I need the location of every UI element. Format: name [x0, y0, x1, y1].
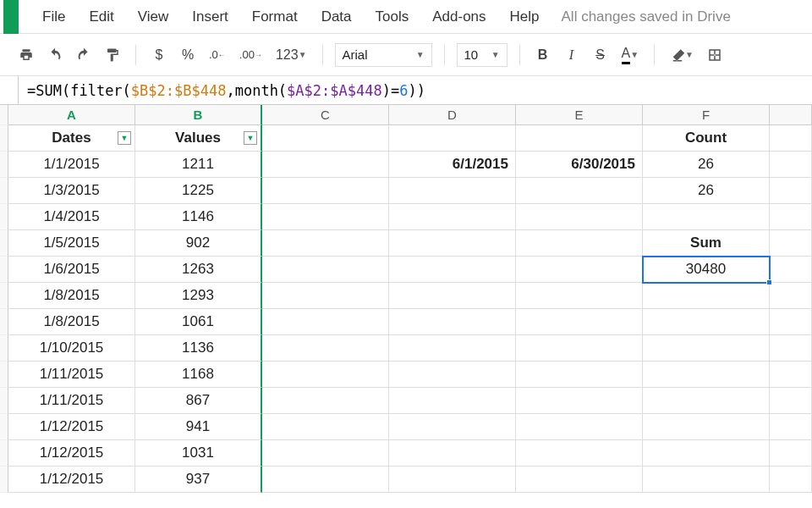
cell[interactable] — [262, 283, 389, 309]
column-header-a[interactable]: A — [8, 105, 135, 125]
cell[interactable]: 1/8/2015 — [8, 309, 135, 335]
cell[interactable] — [770, 440, 812, 467]
cell[interactable] — [516, 204, 643, 230]
paint-format-button[interactable] — [102, 44, 123, 66]
row-header[interactable] — [0, 414, 8, 440]
cell[interactable] — [516, 230, 643, 257]
cell[interactable]: 1/10/2015 — [8, 335, 135, 362]
redo-button[interactable] — [73, 44, 95, 66]
undo-button[interactable] — [44, 44, 66, 66]
cell[interactable]: 867 — [135, 388, 262, 414]
row-header[interactable] — [0, 125, 8, 152]
selection-handle[interactable] — [766, 279, 772, 285]
menu-edit[interactable]: Edit — [77, 3, 125, 30]
cell[interactable]: 1168 — [135, 362, 262, 388]
column-header-g[interactable] — [770, 105, 812, 125]
cell[interactable] — [262, 414, 389, 440]
cell[interactable] — [262, 335, 389, 362]
row-header[interactable] — [0, 178, 8, 204]
filter-icon[interactable]: ▼ — [118, 131, 131, 145]
cell[interactable] — [262, 204, 389, 230]
cell[interactable] — [643, 440, 770, 467]
cell[interactable]: 26 — [643, 152, 770, 178]
menu-insert[interactable]: Insert — [180, 3, 240, 30]
menu-data[interactable]: Data — [310, 3, 364, 30]
row-header[interactable] — [0, 230, 8, 257]
cell[interactable]: 1/11/2015 — [8, 388, 135, 414]
cell[interactable]: 1225 — [135, 178, 262, 204]
cell[interactable] — [389, 335, 516, 362]
cell[interactable]: 1263 — [135, 257, 262, 283]
cell[interactable] — [643, 204, 770, 230]
currency-button[interactable]: $ — [148, 44, 170, 66]
cell[interactable] — [770, 309, 812, 335]
cell[interactable] — [770, 283, 812, 309]
cell[interactable] — [516, 125, 643, 152]
cell[interactable] — [643, 309, 770, 335]
cell[interactable]: 1146 — [135, 204, 262, 230]
cell[interactable] — [389, 125, 516, 152]
cell[interactable]: 1/1/2015 — [8, 152, 135, 178]
cell[interactable] — [389, 388, 516, 414]
row-header[interactable] — [0, 257, 8, 283]
cell[interactable]: 26 — [643, 178, 770, 204]
column-header-f[interactable]: F — [643, 105, 770, 125]
cell[interactable]: 6/30/2015 — [516, 152, 643, 178]
row-header[interactable] — [0, 440, 8, 467]
cell[interactable] — [262, 257, 389, 283]
menu-view[interactable]: View — [126, 3, 181, 30]
cell[interactable] — [770, 204, 812, 230]
cell[interactable] — [262, 362, 389, 388]
cell[interactable] — [770, 178, 812, 204]
cell[interactable] — [643, 467, 770, 493]
percent-button[interactable]: % — [177, 44, 199, 66]
cell[interactable] — [770, 388, 812, 414]
row-header[interactable] — [0, 388, 8, 414]
menu-help[interactable]: Help — [498, 3, 551, 30]
cell[interactable] — [516, 414, 643, 440]
font-select[interactable]: Arial▼ — [335, 43, 432, 67]
bold-button[interactable]: B — [532, 44, 554, 66]
cell[interactable]: 941 — [135, 414, 262, 440]
cell[interactable]: 1/12/2015 — [8, 414, 135, 440]
cell[interactable] — [643, 283, 770, 309]
borders-button[interactable] — [704, 44, 726, 66]
filter-icon[interactable]: ▼ — [244, 131, 257, 145]
column-header-c[interactable]: C — [262, 105, 389, 125]
italic-button[interactable]: I — [561, 44, 583, 66]
cell[interactable] — [389, 283, 516, 309]
cell[interactable] — [262, 440, 389, 467]
cell[interactable] — [516, 309, 643, 335]
menu-file[interactable]: File — [30, 3, 77, 30]
cell[interactable]: 902 — [135, 230, 262, 257]
cell[interactable] — [643, 388, 770, 414]
cell[interactable]: 937 — [135, 467, 262, 493]
cell[interactable] — [389, 414, 516, 440]
menu-add-ons[interactable]: Add-ons — [420, 3, 497, 30]
cell[interactable]: 1031 — [135, 440, 262, 467]
column-header-b[interactable]: B — [135, 105, 262, 125]
row-header[interactable] — [0, 204, 8, 230]
formula-input[interactable]: =SUM(filter($B$2:$B$448,month($A$2:$A$44… — [19, 82, 434, 99]
cell[interactable] — [770, 125, 812, 152]
cell[interactable]: 1/11/2015 — [8, 362, 135, 388]
number-format-button[interactable]: 123 ▼ — [272, 44, 310, 66]
cell[interactable] — [770, 414, 812, 440]
cell[interactable]: 1/4/2015 — [8, 204, 135, 230]
menu-tools[interactable]: Tools — [364, 3, 421, 30]
cell[interactable]: 1/6/2015 — [8, 257, 135, 283]
select-all-corner[interactable] — [0, 105, 8, 125]
cell[interactable] — [516, 467, 643, 493]
header-dates[interactable]: Dates▼ — [8, 125, 135, 152]
cell[interactable] — [389, 362, 516, 388]
row-header[interactable] — [0, 309, 8, 335]
cell[interactable] — [389, 440, 516, 467]
header-count[interactable]: Count — [643, 125, 770, 152]
cell[interactable] — [516, 362, 643, 388]
cell[interactable] — [516, 440, 643, 467]
cell[interactable]: 1293 — [135, 283, 262, 309]
cell[interactable]: 1061 — [135, 309, 262, 335]
cell[interactable] — [516, 335, 643, 362]
column-header-e[interactable]: E — [516, 105, 643, 125]
cell[interactable]: 6/1/2015 — [389, 152, 516, 178]
